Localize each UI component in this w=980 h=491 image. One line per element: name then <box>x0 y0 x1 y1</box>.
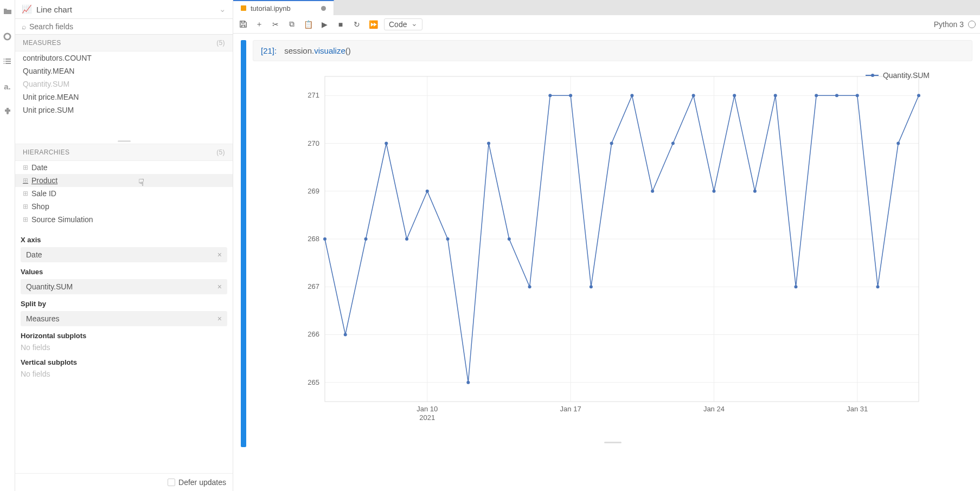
svg-point-34 <box>446 237 450 241</box>
splitby-pill[interactable]: Measures× <box>21 311 227 326</box>
measure-item[interactable]: contributors.COUNT <box>15 51 233 64</box>
line-chart-svg: 265266267268269270271Jan 10Jan 17Jan 24J… <box>279 66 930 440</box>
code-fn: visualize <box>314 46 345 55</box>
svg-text:Jan 31: Jan 31 <box>847 405 868 413</box>
values-value: Quantity.SUM <box>26 282 73 291</box>
output-resize-handle[interactable] <box>253 442 972 447</box>
defer-updates-row[interactable]: Defer updates <box>15 473 233 491</box>
run-icon[interactable]: ▶ <box>319 19 330 30</box>
remove-values-icon[interactable]: × <box>217 282 222 291</box>
chart-type-select[interactable]: 📈 Line chart ⌄ <box>15 0 233 19</box>
svg-text:271: 271 <box>308 91 319 99</box>
svg-text:268: 268 <box>308 235 319 243</box>
cut-icon[interactable]: ✂ <box>270 19 281 30</box>
legend-label: Quantity.SUM <box>883 71 930 80</box>
chevron-down-icon: ⌄ <box>219 4 226 14</box>
svg-point-45 <box>671 142 675 145</box>
svg-point-44 <box>651 190 654 193</box>
defer-label: Defer updates <box>178 478 226 487</box>
tab-label: tutorial.ipynb <box>251 4 291 12</box>
hierarchy-item[interactable]: ⊞Sale ID <box>15 187 233 200</box>
vsubplots-placeholder[interactable]: No fields <box>21 370 227 378</box>
run-all-icon[interactable]: ⏩ <box>368 19 379 30</box>
svg-point-37 <box>508 237 511 241</box>
svg-point-30 <box>364 237 368 241</box>
folder-icon[interactable] <box>3 7 12 16</box>
svg-point-39 <box>548 94 552 97</box>
hierarchies-header-label: HIERARCHIES <box>23 148 69 156</box>
save-icon[interactable] <box>238 19 248 30</box>
hierarchy-icon: ⊞ <box>23 203 28 210</box>
svg-text:2021: 2021 <box>419 414 435 422</box>
svg-point-57 <box>917 94 920 97</box>
splitby-label: Split by <box>21 300 227 308</box>
circle-icon[interactable] <box>3 31 12 41</box>
kernel-indicator[interactable]: Python 3 <box>934 20 976 29</box>
measure-item[interactable]: Unit price.MEAN <box>15 91 233 104</box>
panel-divider[interactable] <box>15 138 233 144</box>
svg-point-28 <box>323 237 326 241</box>
atoti-icon[interactable]: a. <box>3 81 12 91</box>
xaxis-pill[interactable]: Date× <box>21 247 227 262</box>
hierarchy-icon: ⊞ <box>23 190 28 197</box>
svg-text:267: 267 <box>308 282 319 290</box>
kernel-name: Python 3 <box>934 20 964 29</box>
search-input[interactable] <box>29 22 226 31</box>
svg-point-29 <box>344 333 347 336</box>
restart-icon[interactable]: ↻ <box>351 19 362 30</box>
hierarchy-item[interactable]: ⊞Date <box>15 161 233 174</box>
notebook-body: [21]: session.visualize() Quantity.SUM 2… <box>233 34 980 491</box>
svg-point-49 <box>753 190 757 193</box>
code-input[interactable]: [21]: session.visualize() <box>253 40 972 61</box>
hierarchy-item[interactable]: ⊞Source Simulation <box>15 213 233 226</box>
extension-icon[interactable] <box>3 106 12 116</box>
chart-output: Quantity.SUM 265266267268269270271Jan 10… <box>279 66 930 440</box>
search-bar[interactable]: ⌕ <box>15 19 233 35</box>
svg-point-46 <box>692 94 695 97</box>
svg-point-2 <box>3 61 4 62</box>
hierarchy-item[interactable]: ⊞Product <box>15 174 233 187</box>
svg-point-33 <box>426 190 429 193</box>
svg-point-52 <box>815 94 818 97</box>
svg-point-38 <box>528 285 531 288</box>
svg-point-1 <box>3 59 4 60</box>
hierarchy-icon: ⊞ <box>23 216 28 223</box>
add-cell-icon[interactable]: ＋ <box>254 19 265 30</box>
kernel-status-icon <box>968 21 976 28</box>
notebook-file-icon <box>241 5 246 11</box>
remove-splitby-icon[interactable]: × <box>217 314 222 323</box>
svg-text:266: 266 <box>308 330 319 338</box>
measures-header-label: MEASURES <box>23 39 61 47</box>
vsubplots-label: Vertical subplots <box>21 358 227 366</box>
search-icon: ⌕ <box>22 22 26 31</box>
measure-item[interactable]: Unit price.SUM <box>15 104 233 117</box>
hsubplots-placeholder[interactable]: No fields <box>21 343 227 352</box>
defer-checkbox[interactable] <box>168 479 175 486</box>
hierarchies-count: (5) <box>216 148 225 156</box>
fields-panel: 📈 Line chart ⌄ ⌕ MEASURES (5) contributo… <box>15 0 233 491</box>
values-pill[interactable]: Quantity.SUM× <box>21 279 227 294</box>
svg-text:270: 270 <box>308 139 319 147</box>
stop-icon[interactable]: ■ <box>335 19 346 30</box>
splitby-value: Measures <box>26 314 59 323</box>
measure-item[interactable]: Quantity.MEAN <box>15 64 233 77</box>
remove-xaxis-icon[interactable]: × <box>217 250 222 259</box>
svg-point-40 <box>569 94 572 97</box>
tab-tutorial[interactable]: tutorial.ipynb <box>233 0 334 15</box>
svg-point-54 <box>856 94 859 97</box>
copy-icon[interactable]: ⧉ <box>286 19 297 30</box>
svg-point-3 <box>3 63 4 64</box>
measure-item[interactable]: Quantity.SUM <box>15 77 233 91</box>
svg-point-35 <box>466 381 470 384</box>
chart-type-label: Line chart <box>36 5 72 14</box>
unsaved-indicator-icon <box>321 6 326 11</box>
xaxis-value: Date <box>26 250 42 259</box>
activity-rail: a. <box>0 0 15 491</box>
paste-icon[interactable]: 📋 <box>303 19 313 30</box>
cell-type-select[interactable]: Code <box>384 18 422 30</box>
code-cell[interactable]: [21]: session.visualize() Quantity.SUM 2… <box>241 40 972 447</box>
code-tail: () <box>345 46 351 55</box>
svg-point-50 <box>774 94 777 97</box>
list-icon[interactable] <box>3 56 12 66</box>
hierarchy-item[interactable]: ⊞Shop <box>15 200 233 213</box>
